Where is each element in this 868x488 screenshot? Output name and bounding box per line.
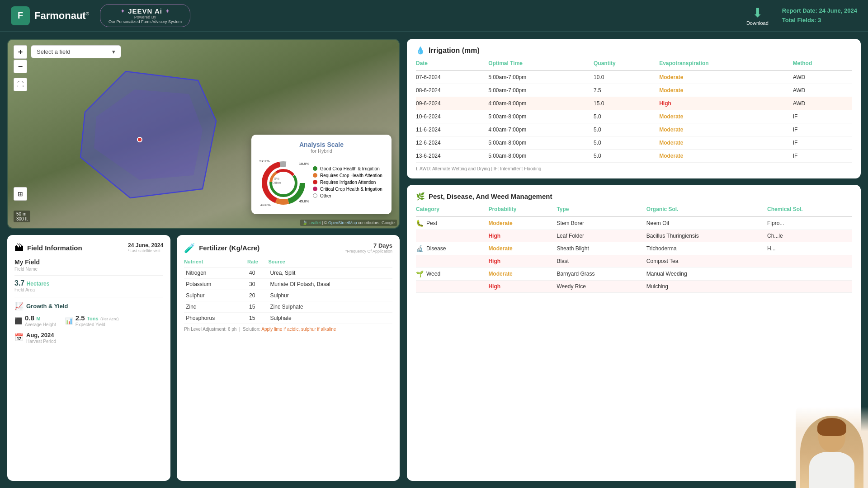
fullscreen-button[interactable]: ⛶: [14, 78, 27, 91]
field-info-date: 24 June, 2024 *Last satellite visit: [128, 242, 163, 253]
height-unit: M: [36, 316, 40, 321]
harvest-value: Aug, 2024: [26, 332, 54, 338]
irr-time: 4:00am-7:00pm: [488, 123, 594, 136]
category-icon: 🐛: [416, 220, 424, 227]
irr-date: 11-6-2024: [416, 123, 488, 136]
irrigation-row: 12-6-2024 5:00am-8:00pm 5.0 Moderate IF: [416, 136, 852, 150]
fertilizer-header: 🧪 Fertilizer (Kg/Acre) 7 Days *Frequency…: [184, 242, 392, 253]
irrigation-panel: 💧 Irrigation (mm) Date Optimal Time Quan…: [407, 39, 861, 178]
hectares-unit: Hectares: [27, 281, 50, 287]
pest-prob: Moderate: [488, 242, 557, 255]
growth-header: 📈 Growth & Yield: [14, 302, 163, 310]
fertilizer-row: Potassium 30 Muriate Of Potash, Basal: [184, 279, 392, 290]
calendar-icon: 📅: [14, 333, 24, 342]
solution-link[interactable]: Apply lime if acidic, sulphur if alkalin…: [261, 327, 336, 332]
irr-method: IF: [793, 150, 852, 163]
header-right: ⬇ Download Report Date: 24 June, 2024 To…: [746, 5, 857, 26]
map-scale: 50 m 300 ft: [14, 211, 30, 222]
yield-unit: Tons: [87, 316, 98, 321]
pest-panel: 🌿 Pest, Disease, And Weed Management Cat…: [407, 185, 861, 481]
chevron-down-icon: ▾: [112, 48, 115, 55]
nutrient-cell: Nitrogen: [184, 267, 247, 279]
fertilizer-row: Nitrogen 40 Urea, Split: [184, 267, 392, 279]
pest-row: 🌱Weed Moderate Barnyard Grass Manual Wee…: [416, 267, 852, 281]
days-number: 7 Days: [345, 242, 392, 249]
analysis-scale-popup: Analysis Scale for Hybrid: [251, 135, 392, 214]
irrigation-icon: 💧: [416, 46, 425, 55]
pest-cat: 🔬Disease: [416, 242, 488, 255]
zoom-out-button[interactable]: −: [14, 60, 27, 73]
pest-organic: Mulching: [646, 281, 767, 293]
left-column: + − ⛶ Select a field ▾ ⊞ 50 m 300 ft: [0, 32, 407, 488]
irrigation-row: 09-6-2024 4:00am-8:00pm 15.0 High AWD: [416, 97, 852, 110]
map-background: + − ⛶ Select a field ▾ ⊞ 50 m 300 ft: [8, 40, 399, 228]
hectares-value: 3.7: [14, 279, 24, 287]
logo-area: F Farmonaut®: [11, 6, 89, 25]
fertilizer-panel: 🧪 Fertilizer (Kg/Acre) 7 Days *Frequency…: [177, 235, 400, 481]
map-layer-button[interactable]: ⊞: [14, 187, 27, 201]
irr-col-time: Optimal Time: [488, 60, 594, 70]
source-cell: Sulphate: [268, 313, 392, 324]
fertilizer-table: Nutrient Rate Source Nitrogen 40 Urea, S…: [184, 259, 392, 324]
pest-cat: 🌱Weed: [416, 267, 488, 281]
pest-cat: [416, 230, 488, 242]
irr-evap: Moderate: [659, 150, 793, 163]
lower-panels: 🏔 Field Information 24 June, 2024 *Last …: [7, 235, 400, 481]
legend-item-requires-crop: Requires Crop Health Attention: [313, 173, 384, 178]
irr-col-date: Date: [416, 60, 488, 70]
irr-date: 07-6-2024: [416, 70, 488, 84]
pest-col-probability: Probability: [488, 206, 557, 216]
irr-method: AWD: [793, 97, 852, 110]
download-button[interactable]: ⬇ Download: [746, 5, 769, 26]
nutrient-cell: Zinc: [184, 301, 247, 313]
irr-method: AWD: [793, 84, 852, 97]
height-label: Average Height: [25, 322, 56, 327]
pest-prob: High: [488, 255, 557, 267]
irr-date: 08-6-2024: [416, 84, 488, 97]
irr-method: AWD: [793, 70, 852, 84]
category-icon: 🔬: [416, 245, 424, 252]
col-nutrient: Nutrient: [184, 259, 247, 267]
jeevn-logo: JEEVN Ai: [128, 7, 162, 15]
nutrient-cell: Potassium: [184, 279, 247, 290]
main-content: + − ⛶ Select a field ▾ ⊞ 50 m 300 ft: [0, 32, 868, 488]
logo-icon: F: [11, 6, 30, 25]
fertilizer-title: Fertilizer (Kg/Acre): [199, 244, 259, 252]
category-name: Pest: [426, 220, 437, 226]
growth-section: 📈 Growth & Yield ⬛ 0.8 M Average Heig: [14, 297, 163, 344]
rate-cell: 15: [247, 301, 268, 313]
map-attribution: 🍃 Leaflet | © OpenStreetMap contributors…: [300, 220, 397, 226]
fertilizer-footer: Ph Level Adjustment: 6 ph | Solution: Ap…: [184, 327, 392, 332]
legend-item-good: Good Crop Health & Irrigation: [313, 166, 384, 171]
irr-date: 10-6-2024: [416, 110, 488, 123]
field-info-panel: 🏔 Field Information 24 June, 2024 *Last …: [7, 235, 170, 481]
map-container[interactable]: + − ⛶ Select a field ▾ ⊞ 50 m 300 ft: [7, 39, 400, 229]
field-hectares: 3.7 Hectares Field Area: [14, 279, 49, 292]
irr-date: 13-6-2024: [416, 150, 488, 163]
analysis-body: 97.2% 10.5% 45.8% 40.8% 5%Other Good Cro…: [259, 158, 384, 208]
field-info-title: Field Information: [27, 244, 82, 252]
map-controls: + − ⛶: [14, 45, 27, 91]
expected-yield: 📊 2.5 Tons (Per Acre) Expected Yield: [65, 314, 119, 327]
irr-evap: Moderate: [659, 70, 793, 84]
pest-title: Pest, Disease, And Weed Management: [429, 192, 552, 200]
irrigation-title: Irrigation (mm): [429, 47, 480, 55]
irrigation-row: 08-6-2024 5:00am-7:00pm 7.5 Moderate AWD: [416, 84, 852, 97]
rate-cell: 40: [247, 267, 268, 279]
pest-cat: 🐛Pest: [416, 216, 488, 230]
ph-label: Ph Level Adjustment: 6 ph: [184, 327, 236, 332]
irr-time: 5:00am-8:00pm: [488, 136, 594, 150]
pest-type: Leaf Folder: [557, 230, 646, 242]
irrigation-header: 💧 Irrigation (mm): [416, 46, 852, 55]
field-select-dropdown[interactable]: Select a field ▾: [31, 45, 121, 58]
jeevn-subtitle: Our Personalized Farm Advisory System: [108, 19, 182, 24]
rate-cell: 15: [247, 313, 268, 324]
pest-header: 🌿 Pest, Disease, And Weed Management: [416, 192, 852, 201]
pest-type: Sheath Blight: [557, 242, 646, 255]
legend-item-other: Other: [313, 193, 384, 198]
fertilizer-icon: 🧪: [184, 243, 195, 253]
pest-col-chemical: Chemical Sol.: [767, 206, 852, 216]
zoom-in-button[interactable]: +: [14, 45, 27, 59]
pest-row: High Weedy Rice Mulching: [416, 281, 852, 293]
pest-cat: [416, 255, 488, 267]
